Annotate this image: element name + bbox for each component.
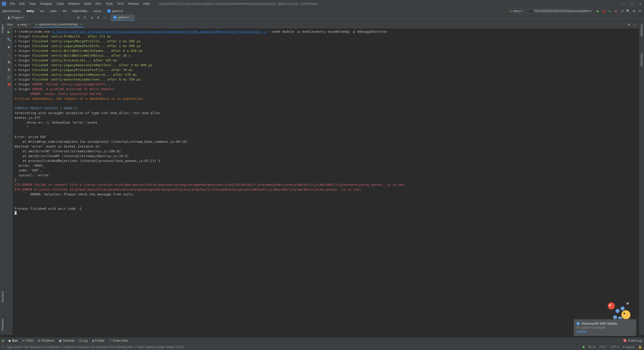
git-icon[interactable]: ⎇ [620, 9, 624, 13]
run-button[interactable]: ▶ [596, 9, 600, 13]
side-project[interactable]: Project [1, 22, 5, 35]
menu-refactor[interactable]: Refactor [66, 1, 82, 7]
notification-popup: iHarmonyOS SDK Update An update is avail… [574, 319, 636, 336]
run-tool[interactable]: ▶ Run [9, 339, 18, 342]
terminal-tool[interactable]: ▣ Terminal [59, 339, 74, 342]
breadcrumb-item[interactable]: game.ts [112, 9, 123, 13]
status-icon[interactable]: ☐ [2, 345, 5, 349]
menu-edit[interactable]: Edit [17, 1, 27, 7]
bottom-toolbar: ▶ ▶ Run ≡ TODO ⊘ Problems ▣ Terminal ◫ L… [0, 337, 644, 343]
device-selector[interactable]: 📱70010054583239333328a01bce18a3800▾ [527, 9, 594, 14]
menu-view[interactable]: View [27, 1, 38, 7]
delete-icon[interactable]: 🗑 [7, 67, 11, 72]
sync-icon[interactable]: ⟳ [638, 9, 642, 13]
breadcrumb-item[interactable]: entry [26, 9, 34, 13]
close-icon[interactable]: × [29, 23, 31, 26]
locate-icon[interactable]: ⊕ [76, 16, 80, 20]
stop-button[interactable]: ■ [614, 9, 618, 13]
svg-point-1 [609, 304, 611, 306]
collapse-icon[interactable]: ⇲ [90, 16, 94, 20]
expand-icon[interactable]: ⇱ [83, 16, 87, 20]
caret-position[interactable]: 89:32 [588, 345, 596, 349]
stop-icon[interactable]: ■ [7, 45, 11, 49]
menu-help[interactable]: Help [141, 1, 151, 7]
run-gutter: ▶ 🔧 ■ ↕ 🖶 🗑 ◫ 📌 [5, 28, 13, 335]
breadcrumb-item[interactable]: src [40, 9, 44, 13]
svg-text:×: × [627, 303, 628, 305]
breadcrumb-item[interactable]: main [50, 9, 57, 13]
debug-button[interactable]: 🐞 [602, 9, 606, 13]
run-tool-icon[interactable]: ▶ [2, 339, 4, 342]
coverage-button[interactable]: ▸ [608, 9, 612, 13]
menu-tools[interactable]: Tools [104, 1, 115, 7]
menu-run[interactable]: Run [94, 1, 103, 7]
window-controls: — ▢ ✕ [622, 2, 642, 6]
close-window-button[interactable]: ✕ [639, 2, 642, 6]
settings-gear-icon[interactable]: ⚙ [96, 16, 100, 20]
file-encoding[interactable]: UTF-8 [611, 345, 619, 349]
status-message[interactable]: App Launch: No signature is configured. … [7, 345, 184, 349]
breadcrumb-item[interactable]: MainAbility [73, 9, 87, 13]
side-infocenter[interactable]: InfoCenter [640, 51, 644, 68]
breadcrumb-item[interactable]: cocos [93, 9, 101, 13]
svg-point-6 [613, 315, 617, 319]
readonly-icon[interactable]: 🔓 [638, 345, 642, 349]
svg-point-5 [621, 306, 625, 310]
print-icon[interactable]: 🖶 [7, 60, 11, 64]
maximize-button[interactable]: ▢ [631, 2, 634, 6]
menu-file[interactable]: File [8, 1, 17, 7]
event-count-badge: 2 [623, 339, 626, 342]
hide-icon[interactable]: — [103, 16, 107, 20]
pin-icon[interactable]: 📌 [7, 83, 11, 87]
profiler-tool[interactable]: ⧗ Profiler [92, 339, 105, 342]
minimize-button[interactable]: — [622, 2, 626, 6]
line-separator[interactable]: CRLF [599, 345, 607, 349]
hide-panel-icon[interactable]: — [633, 23, 637, 27]
close-icon[interactable]: × [80, 23, 82, 26]
menu-navigate[interactable]: Navigate [38, 1, 54, 7]
log-tool[interactable]: ◫ Log [79, 339, 88, 342]
up-icon[interactable]: ↕ [7, 52, 11, 56]
todo-tool[interactable]: ≡ TODO [22, 339, 33, 342]
breadcrumb: openharmony〉 entry〉 src〉 main〉 ets〉 Main… [2, 9, 123, 13]
rerun-button[interactable]: ▶ [7, 30, 11, 34]
console-output[interactable]: F:\nodejs\node.exe G:\cocos-tutorial-air… [13, 28, 639, 335]
left-tool-stripe: Project Structure Favorites [0, 21, 5, 335]
cursor [15, 211, 17, 215]
notification-body: An update is available [576, 326, 634, 329]
side-structure[interactable]: Structure [1, 289, 5, 304]
svg-point-4 [616, 309, 620, 313]
menu-build[interactable]: Build [82, 1, 93, 7]
main-menu: File Edit View Navigate Code Refactor Bu… [8, 1, 151, 7]
update-link[interactable]: Update... [576, 330, 589, 333]
right-tool-stripe: Previewer InfoCenter [639, 21, 644, 335]
menu-vcs[interactable]: VCS [115, 1, 126, 7]
toolbar-right: ▸entry▾ 📱70010054583239333328a01bce18a38… [508, 9, 642, 14]
chevron-down-icon: ▾ [22, 16, 23, 19]
tool-icon[interactable]: 🔧 [7, 37, 11, 41]
breadcrumb-item[interactable]: ets [63, 9, 67, 13]
search-icon[interactable]: 🔍 [626, 9, 630, 13]
side-previewer[interactable]: Previewer [640, 22, 644, 39]
editor-tab-game-ts[interactable]: TS game.ts × [111, 14, 135, 21]
run-tab-assemblehap[interactable]: ▸openharmony [assembleHap]× [34, 22, 84, 27]
run-config-entry[interactable]: ▸entry▾ [508, 9, 525, 14]
run-tab-entry[interactable]: ▸entry× [16, 22, 33, 27]
close-tab-icon[interactable]: × [131, 16, 132, 19]
breadcrumb-item[interactable]: openharmony [2, 9, 20, 13]
status-indicator [583, 346, 585, 348]
menu-window[interactable]: Window [126, 1, 141, 7]
project-view-selector[interactable]: ◧ Project ▾ [5, 15, 26, 20]
problems-tool[interactable]: ⊘ Problems [38, 339, 54, 342]
hvigor-link[interactable]: G:\cocos-tutorial-airplane-master2\airpl… [52, 30, 267, 33]
settings-icon[interactable]: ⚙ [632, 9, 636, 13]
indent-config[interactable]: 4 spaces [623, 345, 635, 349]
title-bar: File Edit View Navigate Code Refactor Bu… [0, 0, 644, 8]
event-log-tool[interactable]: Event Log [628, 339, 642, 342]
nav-bar: openharmony〉 entry〉 src〉 main〉 ets〉 Main… [0, 8, 644, 14]
settings-icon[interactable]: ⚙ [627, 23, 631, 27]
layout-icon[interactable]: ◫ [7, 75, 11, 79]
menu-code[interactable]: Code [55, 1, 66, 7]
side-favorites[interactable]: Favorites [1, 317, 5, 332]
codelinter-tool[interactable]: ✓ Code Linter [109, 339, 128, 342]
